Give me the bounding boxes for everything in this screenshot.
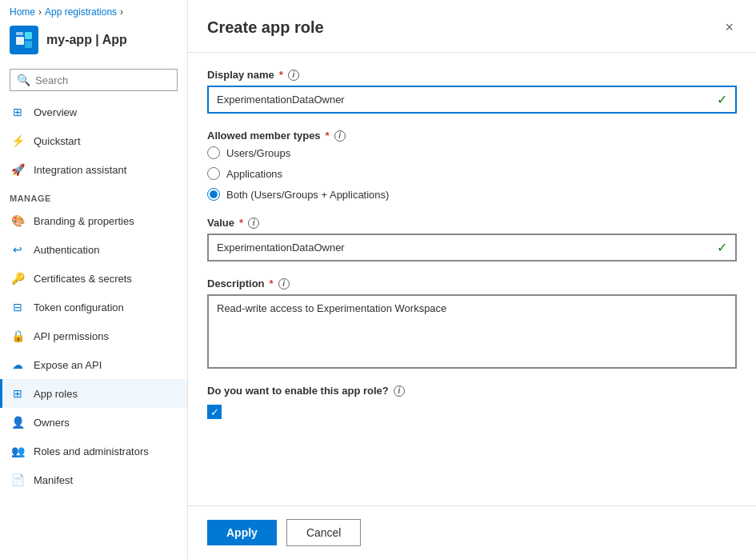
description-info-icon[interactable]: i — [278, 278, 290, 289]
sidebar-item-overview[interactable]: ⊞ Overview — [0, 98, 187, 126]
enable-role-label-text: Do you want to enable this app role? — [207, 385, 389, 397]
breadcrumb-home[interactable]: Home — [10, 6, 35, 18]
sidebar-item-label-quickstart: Quickstart — [34, 135, 81, 147]
breadcrumb-sep2: › — [120, 6, 123, 18]
radio-applications-input[interactable] — [207, 167, 220, 180]
description-textarea-wrapper[interactable]: Read-write access to Experimentation Wor… — [207, 294, 737, 369]
allowed-member-types-info-icon[interactable]: i — [334, 130, 346, 142]
app-title: my-app | App — [46, 33, 127, 47]
sidebar-item-label-owners: Owners — [34, 417, 70, 429]
cert-icon: 🔑 — [10, 270, 26, 286]
panel-header: Create app role × — [188, 0, 756, 53]
allowed-member-types-required: * — [326, 130, 330, 142]
sidebar-item-label-cert: Certificates & secrets — [34, 273, 132, 285]
sidebar-item-label-token: Token configuration — [34, 301, 124, 313]
sidebar-item-branding[interactable]: 🎨 Branding & properties — [0, 206, 187, 235]
radio-users-groups-label: Users/Groups — [226, 147, 290, 159]
allowed-member-types-label-text: Allowed member types — [207, 130, 321, 142]
description-label-text: Description — [207, 278, 265, 289]
sidebar-item-expose-api[interactable]: ☁ Expose an API — [0, 350, 187, 379]
value-check-icon: ✓ — [717, 240, 727, 255]
display-name-label: Display name * i — [207, 69, 737, 81]
app-avatar — [10, 26, 38, 54]
value-required: * — [239, 217, 243, 229]
manifest-icon: 📄 — [10, 472, 26, 488]
sidebar-item-label-manifest: Manifest — [34, 474, 73, 486]
value-label-text: Value — [207, 217, 234, 229]
sidebar-item-label-branding: Branding & properties — [34, 215, 134, 227]
value-field-group: Value * i ✓ — [207, 217, 737, 262]
enable-role-checkbox[interactable]: ✓ — [207, 405, 222, 419]
search-input[interactable] — [35, 74, 170, 86]
apply-button[interactable]: Apply — [207, 520, 277, 545]
sidebar-item-certificates[interactable]: 🔑 Certificates & secrets — [0, 264, 187, 293]
display-name-field-group: Display name * i ✓ — [207, 69, 737, 114]
token-icon: ⊟ — [10, 299, 26, 315]
panel-title: Create app role — [207, 18, 324, 37]
sidebar-item-label-auth: Authentication — [34, 244, 99, 256]
value-input-wrapper[interactable]: ✓ — [207, 234, 737, 262]
app-title-row: my-app | App — [0, 21, 187, 62]
display-name-check-icon: ✓ — [717, 92, 727, 107]
sidebar-item-owners[interactable]: 👤 Owners — [0, 408, 187, 437]
sidebar-item-manifest[interactable]: 📄 Manifest — [0, 465, 187, 494]
sidebar-item-authentication[interactable]: ↩ Authentication — [0, 235, 187, 264]
sidebar-item-label-integration: Integration assistant — [34, 164, 126, 176]
display-name-input-wrapper[interactable]: ✓ — [207, 86, 737, 114]
enable-role-section: Do you want to enable this app role? i ✓ — [207, 385, 737, 419]
api-icon: 🔒 — [10, 328, 26, 344]
owners-icon: 👤 — [10, 414, 26, 430]
value-label: Value * i — [207, 217, 737, 229]
svg-rect-3 — [16, 32, 23, 35]
radio-group-member-types: Users/Groups Applications Both (Users/Gr… — [207, 146, 737, 201]
overview-icon: ⊞ — [10, 104, 26, 120]
radio-both-label: Both (Users/Groups + Applications) — [226, 189, 389, 201]
search-icon: 🔍 — [17, 74, 30, 86]
create-app-role-panel: Create app role × Display name * i ✓ — [188, 0, 756, 559]
panel-footer: Apply Cancel — [188, 505, 756, 559]
search-box[interactable]: 🔍 — [10, 69, 178, 91]
radio-applications-label: Applications — [226, 168, 282, 180]
close-button[interactable]: × — [722, 16, 737, 39]
svg-rect-0 — [16, 37, 24, 45]
sidebar-item-label-roles: Roles and administrators — [34, 445, 149, 457]
sidebar-item-label-overview: Overview — [34, 106, 77, 118]
branding-icon: 🎨 — [10, 213, 26, 229]
radio-both-input[interactable] — [207, 188, 220, 201]
cancel-button[interactable]: Cancel — [286, 519, 362, 546]
auth-icon: ↩ — [10, 242, 26, 258]
description-label: Description * i — [207, 278, 737, 289]
allowed-member-types-label: Allowed member types * i — [207, 130, 737, 142]
allowed-member-types-field-group: Allowed member types * i Users/Groups Ap… — [207, 130, 737, 201]
panel-overlay: Create app role × Display name * i ✓ — [188, 0, 756, 559]
enable-role-info-icon[interactable]: i — [394, 385, 405, 397]
display-name-info-icon[interactable]: i — [288, 70, 299, 81]
sidebar-item-label-approles: App roles — [34, 388, 78, 400]
sidebar-item-api-permissions[interactable]: 🔒 API permissions — [0, 321, 187, 350]
value-input[interactable] — [217, 242, 717, 254]
sidebar-item-integration[interactable]: 🚀 Integration assistant — [0, 155, 187, 184]
sidebar-item-quickstart[interactable]: ⚡ Quickstart — [0, 126, 187, 155]
value-info-icon[interactable]: i — [248, 218, 259, 229]
approles-icon: ⊞ — [10, 385, 26, 401]
app-avatar-icon — [15, 31, 33, 49]
radio-users-groups-input[interactable] — [207, 146, 220, 159]
radio-users-groups[interactable]: Users/Groups — [207, 146, 737, 159]
radio-both[interactable]: Both (Users/Groups + Applications) — [207, 188, 737, 201]
display-name-required: * — [279, 69, 283, 81]
description-textarea[interactable]: Read-write access to Experimentation Wor… — [217, 302, 727, 358]
integration-icon: 🚀 — [10, 162, 26, 178]
sidebar-item-token[interactable]: ⊟ Token configuration — [0, 293, 187, 321]
breadcrumb-app-registrations[interactable]: App registrations — [45, 6, 117, 18]
nav-section-manage: Manage — [0, 184, 187, 206]
breadcrumb-sep1: › — [38, 6, 42, 18]
display-name-input[interactable] — [217, 94, 717, 106]
radio-applications[interactable]: Applications — [207, 167, 737, 180]
sidebar-item-roles-admins[interactable]: 👥 Roles and administrators — [0, 437, 187, 465]
sidebar-item-app-roles[interactable]: ⊞ App roles — [0, 379, 187, 408]
svg-rect-1 — [25, 32, 32, 39]
enable-role-label: Do you want to enable this app role? i — [207, 385, 737, 397]
description-field-group: Description * i Read-write access to Exp… — [207, 278, 737, 369]
panel-body: Display name * i ✓ Allowed member types … — [188, 53, 756, 505]
sidebar-item-label-expose: Expose an API — [34, 359, 102, 371]
